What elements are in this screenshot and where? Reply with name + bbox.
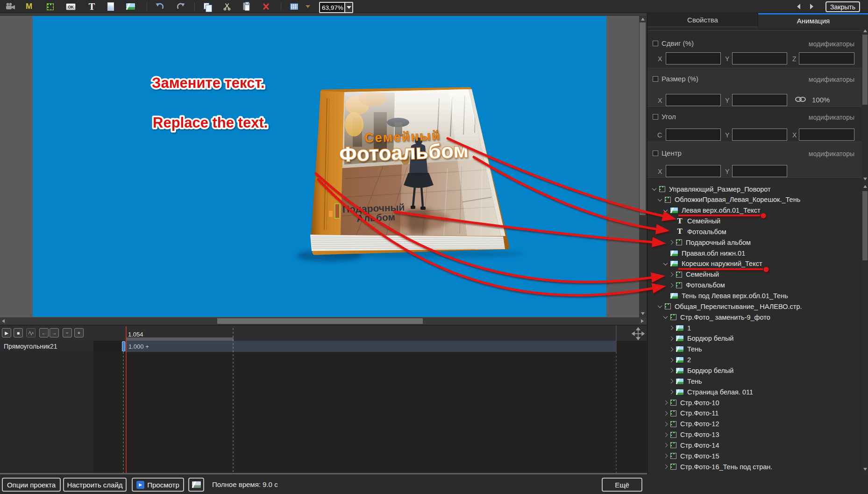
tree-item[interactable]: Правая.обл нижн.01 [648, 248, 862, 258]
angle-y-input[interactable] [732, 129, 787, 141]
grid-button[interactable] [290, 3, 298, 10]
more-button[interactable]: Ещё [602, 478, 642, 492]
tree-item[interactable]: Тень под Левая верх.обл.01_Тень [648, 291, 862, 301]
tree-item[interactable]: Бордюр белый [648, 365, 862, 376]
tree-item[interactable]: Подарочный альбом [648, 237, 862, 248]
tree-item[interactable]: Бордюр белый [648, 333, 862, 344]
center-x-input[interactable] [666, 165, 721, 177]
zoom-control[interactable]: 63,97% [319, 2, 353, 13]
scroll-down-icon[interactable] [641, 312, 645, 315]
tree-item[interactable]: TФотоальбом [648, 226, 862, 237]
scroll-right-icon[interactable] [641, 319, 644, 323]
tree-item[interactable]: Стр.Фото_ заменить-9_фото [648, 312, 862, 322]
tree-item[interactable]: Общая_Перелистывание_ НАЛЕВО.стр. [648, 301, 862, 312]
project-options-button[interactable]: Опции проекта [2, 478, 61, 492]
shift-y-input[interactable] [732, 52, 787, 64]
center-y-input[interactable] [732, 165, 787, 177]
chevron-right-icon[interactable] [662, 432, 669, 438]
tree-item[interactable]: TСемейный [648, 216, 862, 227]
tree-item[interactable]: Стр.Фото-16_Тень под стран. [648, 461, 862, 472]
tab-properties[interactable]: Свойства [647, 13, 758, 27]
tree-item[interactable]: Фотоальбом [648, 280, 862, 291]
placeholder-text-ru[interactable]: Замените текст. [152, 75, 265, 91]
tree-item[interactable]: Стр.Фото-15 [648, 451, 862, 461]
tree-scrollbar[interactable] [862, 184, 868, 473]
chevron-right-icon[interactable] [668, 336, 674, 342]
tree-item[interactable]: Тень [648, 344, 862, 355]
chevron-down-icon[interactable] [662, 208, 669, 214]
chevron-right-icon[interactable] [668, 346, 674, 352]
chevron-right-icon[interactable] [668, 389, 674, 395]
image-tool-button[interactable] [126, 3, 135, 10]
chevron-right-icon[interactable] [668, 367, 674, 373]
angle-checkbox[interactable] [653, 114, 658, 120]
cut-button[interactable] [223, 2, 231, 11]
canvas-vscrollbar[interactable] [639, 16, 647, 317]
chevron-right-icon[interactable] [662, 464, 669, 470]
modifiers-label[interactable]: модификаторы [809, 40, 854, 48]
tree-item[interactable]: Левая верх.обл.01_Текст [648, 205, 862, 216]
tree-item[interactable]: Семейный [648, 269, 862, 280]
slide-icon-button[interactable] [188, 478, 204, 492]
tree-item[interactable]: Тень [648, 376, 862, 387]
redo-button[interactable] [177, 2, 185, 11]
chevron-right-icon[interactable] [668, 378, 674, 384]
scroll-up-icon[interactable] [641, 18, 645, 21]
chevron-down-icon[interactable] [657, 197, 663, 203]
tab-animation[interactable]: Анимация [758, 13, 868, 27]
size-y-input[interactable] [732, 94, 787, 106]
modifiers-label[interactable]: модификаторы [809, 76, 854, 83]
app-camera-icon[interactable] [6, 2, 15, 11]
material-tool-button[interactable]: M [24, 1, 34, 12]
placeholder-text-en[interactable]: Replace the text. [153, 115, 268, 131]
tree-item[interactable]: Управляющий_Размер_Поворот [648, 184, 862, 194]
tree-item[interactable]: Стр.Фото-11 [648, 408, 862, 419]
vscrollbar-thumb[interactable] [640, 22, 646, 215]
ok-button-tool[interactable]: OK [66, 3, 76, 10]
delete-button[interactable] [262, 2, 270, 11]
setup-slide-button[interactable]: Настроить слайд [63, 478, 127, 492]
chevron-right-icon[interactable] [668, 272, 674, 278]
tree-item[interactable]: 1 [648, 322, 862, 333]
properties-scrollbar[interactable] [862, 28, 868, 182]
undo-button[interactable] [155, 2, 164, 11]
scroll-left-icon[interactable] [2, 319, 5, 323]
hscrollbar-thumb[interactable] [217, 318, 423, 324]
tree-item[interactable]: Страница белая. 011 [648, 387, 862, 397]
link-icon[interactable] [795, 96, 807, 102]
angle-x-input[interactable] [799, 129, 854, 141]
chevron-right-icon[interactable] [662, 421, 669, 427]
chevron-right-icon[interactable] [662, 410, 669, 416]
modifiers-label[interactable]: модификаторы [809, 114, 854, 121]
chevron-down-icon[interactable] [662, 261, 669, 267]
preview-button[interactable]: ▶Просмотр [132, 478, 184, 492]
nav-forward-button[interactable] [810, 4, 813, 9]
tree-item[interactable]: 2 [648, 355, 862, 365]
copy-button[interactable] [204, 3, 209, 9]
canvas-hscrollbar[interactable] [0, 317, 647, 325]
scrollbar-thumb[interactable] [862, 35, 868, 105]
tree-item[interactable]: Стр.Фото-13 [648, 430, 862, 440]
select-tool-button[interactable] [47, 3, 54, 10]
tree-item[interactable]: Стр.Фото-10 [648, 397, 862, 408]
tree-item[interactable]: Корешок наружний_Текст [648, 258, 862, 269]
shift-z-input[interactable] [799, 52, 854, 64]
chevron-right-icon[interactable] [668, 325, 674, 331]
text-tool-button[interactable]: T [88, 1, 96, 12]
chevron-right-icon[interactable] [668, 357, 674, 363]
zoom-dropdown-button[interactable] [344, 3, 352, 12]
grid-dropdown-button[interactable] [306, 5, 310, 8]
chevron-right-icon[interactable] [662, 442, 669, 448]
chevron-right-icon[interactable] [662, 400, 669, 406]
scrollbar-thumb[interactable] [862, 191, 868, 260]
center-checkbox[interactable] [653, 150, 658, 156]
chevron-right-icon[interactable] [668, 282, 674, 288]
angle-c-input[interactable] [666, 129, 721, 141]
tree-item[interactable]: ОбложкиПравая_Левая_Корешок._Тень [648, 194, 862, 205]
modifiers-label[interactable]: модификаторы [809, 150, 854, 158]
size-x-input[interactable] [666, 94, 721, 106]
chevron-down-icon[interactable] [662, 314, 669, 320]
chevron-right-icon[interactable] [668, 239, 674, 245]
rectangle-tool-button[interactable] [107, 2, 114, 11]
tree-item[interactable]: Стр.Фото-14 [648, 440, 862, 451]
